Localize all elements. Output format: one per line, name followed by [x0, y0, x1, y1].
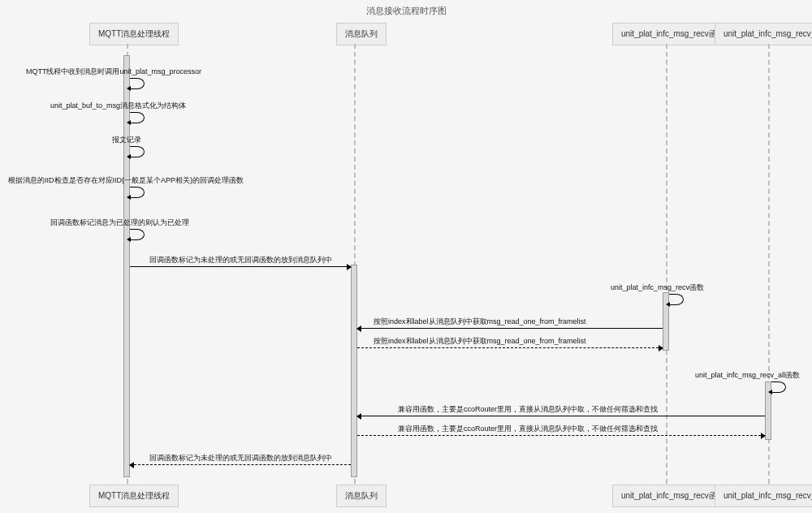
participant-recv-all-func-bottom: unit_plat_infc_msg_recv_all函数 — [715, 485, 812, 507]
selfloop-10 — [771, 382, 786, 393]
participant-mqtt-thread-top: MQTT消息处理线程 — [89, 23, 179, 45]
arrow-12 — [357, 435, 765, 436]
activation-1 — [123, 55, 130, 477]
participant-msg-queue-top: 消息队列 — [336, 23, 387, 45]
selfloop-7 — [669, 294, 684, 305]
participant-recv-all-func-top: unit_plat_infc_msg_recv_all函数 — [715, 23, 812, 45]
arrow-9 — [357, 347, 663, 348]
activation-3 — [663, 292, 669, 351]
msg-13: 回调函数标记为未处理的或无回调函数的放到消息队列中 — [149, 453, 332, 463]
arrow-11 — [357, 416, 765, 416]
msg-11: 兼容用函数，主要是ccoRouter里用，直接从消息队列中取，不做任何筛选和查找 — [398, 404, 658, 415]
arrow-6 — [130, 266, 351, 267]
participant-msg-queue-bottom: 消息队列 — [336, 485, 387, 507]
msg-3: 报文记录 — [112, 135, 141, 145]
selfloop-5 — [130, 229, 145, 240]
diagram-title: 消息接收流程时序图 — [0, 5, 812, 17]
activation-2 — [351, 265, 357, 477]
selfloop-4 — [130, 187, 145, 198]
msg-1: MQTT线程中收到消息时调用unit_plat_msg_processor — [26, 67, 201, 77]
msg-12: 兼容用函数，主要是ccoRouter里用，直接从消息队列中取，不做任何筛选和查找 — [398, 424, 658, 434]
arrow-13 — [130, 464, 351, 465]
selfloop-2 — [130, 112, 145, 123]
arrow-8 — [357, 328, 663, 329]
selfloop-3 — [130, 146, 145, 157]
selfloop-1 — [130, 78, 145, 89]
participant-mqtt-thread-bottom: MQTT消息处理线程 — [89, 485, 179, 507]
msg-4: 根据消息的IID检查是否存在对应IID(一般是某个APP相关)的回调处理函数 — [8, 175, 244, 186]
msg-2: unit_plat_buf_to_msg消息格式化为结构体 — [50, 101, 186, 111]
msg-8: 按照index和label从消息队列中获取msg_read_one_from_f… — [374, 317, 586, 327]
lifeline-3 — [666, 44, 667, 484]
msg-9: 按照index和label从消息队列中获取msg_read_one_from_f… — [374, 336, 586, 347]
msg-6: 回调函数标记为未处理的或无回调函数的放到消息队列中 — [149, 255, 332, 265]
msg-7: unit_plat_infc_msg_recv函数 — [611, 282, 704, 293]
msg-5: 回调函数标记消息为已处理的则认为已处理 — [50, 218, 189, 228]
msg-10: unit_plat_infc_msg_recv_all函数 — [695, 370, 800, 381]
